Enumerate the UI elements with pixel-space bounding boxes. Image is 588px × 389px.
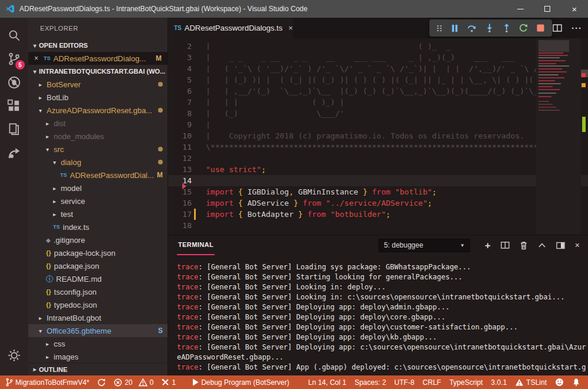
problems-item[interactable]: 20 0 (110, 375, 157, 389)
workspace-section-header[interactable]: ▾ INTRANETBOTQUICKSTART.GBAI (WO... (28, 65, 167, 78)
tree-item-dist[interactable]: ▸dist (28, 117, 167, 130)
split-editor-icon[interactable] (553, 24, 562, 32)
line-number[interactable]: 10 (168, 130, 192, 141)
line-number[interactable]: 3 (168, 52, 192, 63)
line-number[interactable]: 8 (168, 108, 192, 119)
feedback-smiley-item[interactable] (551, 378, 568, 387)
tree-item-test[interactable]: ▸test (28, 207, 167, 220)
extensions-icon[interactable] (0, 94, 28, 118)
kill-terminal-trash-icon[interactable] (520, 241, 528, 250)
debug-breakpoint-arrow-icon[interactable] (182, 183, 186, 189)
tree-item-package-lock-json[interactable]: {}package-lock.json (28, 246, 167, 259)
minimize-button[interactable] (507, 0, 534, 18)
line-number[interactable]: 14 (168, 175, 192, 186)
tree-item-images[interactable]: ▸images (28, 350, 167, 363)
drag-grip-icon[interactable] (437, 25, 442, 31)
open-editors-header[interactable]: ▾ OPEN EDITORS (28, 39, 167, 52)
terminal-tab[interactable]: TERMINAL (177, 235, 215, 255)
code-line-17[interactable]: 17import { BotAdapter } from "botbuilder… (168, 209, 588, 220)
tree-item-office365-gbtheme[interactable]: ▾Office365.gbthemeS (28, 324, 167, 337)
code-line-12[interactable]: 12 (168, 153, 588, 164)
line-number[interactable]: 2 (168, 41, 192, 52)
line-number[interactable]: 18 (168, 220, 192, 231)
code-line-2[interactable]: 2| ( )_ _ (168, 41, 588, 52)
notifications-bell-item[interactable] (568, 378, 584, 387)
step-into-button[interactable] (485, 24, 494, 32)
open-editor-item[interactable]: × TS ADResetPasswordDialog... M (28, 52, 167, 65)
tools-item[interactable]: 1 (157, 375, 180, 389)
outline-section-header[interactable]: ▸ OUTLINE (28, 362, 167, 375)
line-number[interactable]: 4 (168, 63, 192, 74)
code-line-11[interactable]: 11\*************************************… (168, 141, 588, 153)
maximize-panel-chevron-icon[interactable] (538, 242, 546, 249)
line-number[interactable]: 5 (168, 74, 192, 85)
tree-item--gitignore[interactable]: ◆.gitignore (28, 233, 167, 246)
more-actions-icon[interactable]: ··· (571, 23, 582, 33)
close-button[interactable]: × (561, 0, 588, 18)
minimap[interactable] (536, 38, 581, 235)
line-number[interactable]: 7 (168, 97, 192, 108)
code-line-8[interactable]: 8| (_) \___/' (168, 108, 588, 119)
tree-item-index-ts[interactable]: TSindex.ts (28, 220, 167, 233)
tree-item-azureadpasswordreset-gba-[interactable]: ▾AzureADPasswordReset.gba... (28, 104, 167, 117)
panel-layout-icon[interactable] (556, 242, 565, 249)
split-terminal-icon[interactable] (501, 241, 510, 249)
terminal-output[interactable]: trace: [General Bot Server] Loading sys … (168, 255, 588, 372)
maximize-button[interactable] (534, 0, 561, 18)
settings-gear-icon[interactable] (0, 344, 28, 367)
line-number[interactable]: 6 (168, 85, 192, 97)
debug-icon[interactable] (0, 71, 28, 94)
tree-item-css[interactable]: ▸css (28, 337, 167, 350)
code-line-6[interactable]: 6| | ,__/'(_) `\__,_)`\__ |(_) (_) (_)`\… (168, 85, 588, 97)
search-icon[interactable] (0, 24, 28, 47)
code-line-4[interactable]: 4| ( '_`\ ( '__)/'_` ) /'_ `\/' _ ` _ `\… (168, 63, 588, 74)
line-number[interactable]: 15 (168, 186, 192, 197)
code-line-18[interactable]: 18 (168, 220, 588, 231)
line-number[interactable]: 17 (168, 209, 192, 220)
code-line-7[interactable]: 7| | | ( )_) | (168, 97, 588, 108)
language-mode-item[interactable]: TypeScript (445, 378, 487, 387)
ts-version-item[interactable]: 3.0.1 (487, 378, 511, 387)
pause-button[interactable] (451, 24, 459, 32)
tslint-item[interactable]: TSLint (511, 378, 551, 387)
terminal-selector[interactable]: 5: debuggee ▼ (379, 239, 470, 252)
debug-status-item[interactable]: Debug Program (BotServer) (188, 375, 293, 389)
code-line-14[interactable]: 14 (168, 175, 588, 186)
tree-item-readme-md[interactable]: iREADME.md (28, 272, 167, 285)
tree-item-src[interactable]: ▾src (28, 143, 167, 156)
code-line-3[interactable]: 3| _ _ _ __ _ _ __ ___ ___ _ | ,_)(_) __… (168, 52, 588, 63)
line-number[interactable]: 11 (168, 141, 192, 153)
eol-item[interactable]: CRLF (419, 378, 445, 387)
line-number[interactable]: 9 (168, 119, 192, 130)
indentation-item[interactable]: Spaces: 2 (350, 378, 390, 387)
tree-item-package-json[interactable]: {}package.json (28, 259, 167, 272)
tree-item-tsconfig-json[interactable]: {}tsconfig.json (28, 285, 167, 298)
line-number[interactable]: 12 (168, 153, 192, 164)
restart-button[interactable] (519, 24, 528, 32)
code-line-5[interactable]: 5| | (_) )| | ( (_| |( (_) )| ( ) ( ) |(… (168, 74, 588, 85)
step-out-button[interactable] (502, 24, 511, 32)
close-icon[interactable]: × (288, 24, 293, 32)
code-line-13[interactable]: 13"use strict"; (168, 164, 588, 175)
line-number[interactable]: 13 (168, 164, 192, 175)
tree-item-node-modules[interactable]: ▸node_modules (28, 130, 167, 143)
code-line-15[interactable]: 15import { IGBDialog, GBMinInstance } fr… (168, 186, 588, 197)
encoding-item[interactable]: UTF-8 (390, 378, 419, 387)
tree-item-model[interactable]: ▸model (28, 182, 167, 194)
tree-item-botserver[interactable]: ▸BotServer (28, 78, 167, 91)
git-branch-item[interactable]: MigrationToBotFmwV4* (0, 375, 93, 389)
overview-ruler[interactable] (581, 38, 588, 235)
code-line-16[interactable]: 16import { ADService } from "../service/… (168, 197, 588, 209)
share-icon[interactable] (0, 141, 28, 165)
documents-icon[interactable] (0, 118, 28, 141)
tree-item-service[interactable]: ▸service (28, 194, 167, 207)
new-terminal-icon[interactable]: + (485, 240, 491, 250)
stop-button[interactable] (537, 24, 544, 32)
code-editor[interactable]: 2| ( )_ _3| _ _ _ __ _ _ __ ___ ___ _ | … (168, 38, 588, 235)
close-panel-icon[interactable]: × (575, 240, 580, 250)
close-icon[interactable]: × (34, 54, 44, 62)
tree-item-intranetbot-gbot[interactable]: ▸IntranetBot.gbot (28, 311, 167, 324)
tab-adresetpassworddialogs[interactable]: TS ADResetPasswordDialogs.ts × (168, 18, 293, 38)
code-line-9[interactable]: 9| (168, 119, 588, 130)
step-over-button[interactable] (467, 24, 477, 32)
